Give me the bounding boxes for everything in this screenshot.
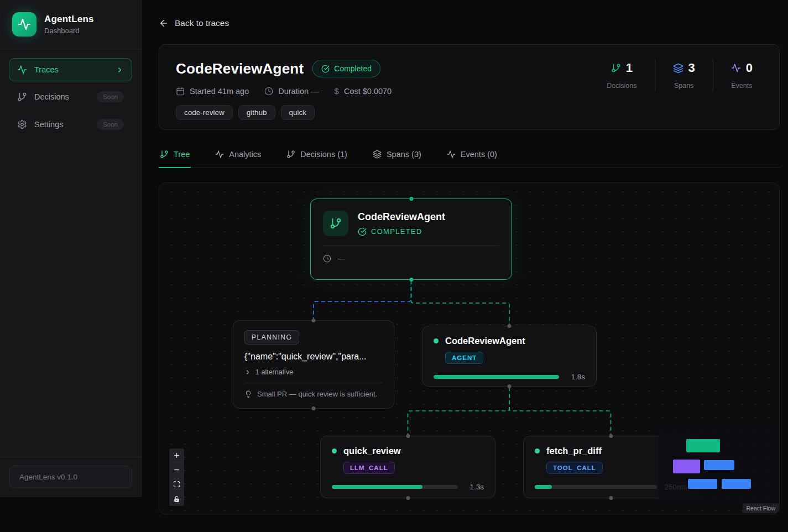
sidebar-footer: AgentLens v0.1.0 — [0, 457, 141, 497]
zoom-in-button[interactable] — [169, 448, 184, 463]
status-dot — [535, 448, 540, 453]
edge-root-to-planning — [314, 280, 411, 320]
node-span-llm-call[interactable]: quick_review LLM_CALL 1.3s — [320, 436, 495, 498]
app-subtitle: Dashboard — [44, 27, 94, 35]
sidebar-item-label: Settings — [34, 120, 63, 129]
sidebar-nav: Traces Decisions Soon Settings Soon — [0, 49, 141, 457]
status-label: Completed — [334, 64, 372, 73]
tag: github — [238, 105, 275, 120]
clock-icon — [264, 87, 273, 96]
span-type-badge: TOOL_CALL — [546, 462, 603, 474]
stat-label: Decisions — [607, 82, 636, 90]
react-flow-attribution[interactable]: React Flow — [743, 503, 779, 513]
git-branch-icon — [286, 150, 295, 159]
sidebar-item-settings[interactable]: Settings Soon — [9, 112, 132, 137]
minimap-node-llm — [688, 479, 717, 489]
trace-tree-canvas[interactable]: CodeReviewAgent COMPLETED — — [159, 182, 780, 514]
duration-bar-track — [332, 485, 458, 489]
cost-label: Cost $0.0070 — [344, 87, 392, 96]
alternatives-label: 1 alternative — [255, 368, 293, 376]
span-type-badge: AGENT — [445, 352, 483, 364]
duration-bar-fill — [434, 375, 559, 379]
zoom-out-button[interactable] — [169, 463, 184, 477]
trace-title: CodeReviewAgent — [176, 60, 304, 77]
app-logo — [12, 12, 36, 36]
hint-text: Small PR — quick review is sufficient. — [257, 390, 377, 398]
soon-badge: Soon — [97, 119, 124, 130]
gear-icon — [17, 119, 27, 129]
trace-header-card: CodeReviewAgent Completed Started 41m ag… — [159, 44, 780, 130]
layers-icon — [373, 150, 382, 159]
span-type-badge: LLM_CALL — [343, 462, 395, 474]
sidebar: AgentLens Dashboard Traces Decisions Soo… — [0, 0, 142, 497]
lock-button[interactable] — [169, 492, 184, 506]
flow-minimap[interactable] — [659, 424, 778, 505]
edge-agent-to-llm — [408, 387, 510, 435]
layers-icon — [673, 63, 683, 74]
status-badge: Completed — [312, 60, 380, 77]
main-content: Back to traces CodeReviewAgent Completed… — [142, 0, 788, 532]
node-handle — [508, 324, 512, 328]
fit-view-button[interactable] — [169, 477, 184, 492]
node-planning-decision[interactable]: PLANNING {"name":"quick_review","para...… — [233, 320, 394, 409]
status-dot — [332, 448, 337, 453]
dollar-icon: $ — [335, 86, 339, 96]
decision-hint: Small PR — quick review is sufficient. — [244, 383, 383, 398]
activity-icon — [215, 150, 224, 159]
started-label: Started 41m ago — [190, 87, 249, 96]
tags-row: code-review github quick — [176, 105, 763, 120]
node-handle — [409, 197, 413, 201]
node-handle — [312, 406, 316, 410]
fit-view-icon — [173, 481, 180, 488]
node-title: CodeReviewAgent — [445, 336, 525, 346]
tab-spans[interactable]: Spans (3) — [372, 146, 422, 168]
tab-label: Events (0) — [461, 150, 497, 159]
activity-icon — [17, 65, 27, 75]
soon-badge: Soon — [97, 91, 124, 102]
node-handle — [609, 496, 613, 500]
node-root-agent[interactable]: CodeReviewAgent COMPLETED — — [310, 199, 512, 280]
decision-payload: {"name":"quick_review","para... — [244, 352, 383, 362]
tab-tree[interactable]: Tree — [159, 146, 191, 168]
alternatives-toggle[interactable]: 1 alternative — [244, 368, 383, 376]
trace-stats: 1 Decisions 3 Spans — [589, 59, 770, 91]
tab-label: Spans (3) — [387, 150, 421, 159]
tab-analytics[interactable]: Analytics — [214, 146, 262, 168]
node-status: COMPLETED — [371, 227, 422, 236]
plus-icon — [173, 452, 180, 459]
tab-decisions[interactable]: Decisions (1) — [285, 146, 348, 168]
chevron-right-icon — [244, 369, 251, 375]
back-to-traces-link[interactable]: Back to traces — [159, 18, 229, 28]
sidebar-item-decisions[interactable]: Decisions Soon — [9, 85, 132, 109]
arrow-left-icon — [159, 18, 169, 28]
node-duration: — — [337, 254, 345, 263]
tab-events[interactable]: Events (0) — [446, 146, 498, 168]
node-title: fetch_pr_diff — [546, 446, 602, 456]
stat-label: Events — [731, 82, 753, 90]
node-handle — [406, 434, 410, 438]
node-span-agent[interactable]: CodeReviewAgent AGENT 1.8s — [422, 326, 597, 387]
tab-bar: Tree Analytics Decisions (1) Spans (3) E… — [159, 146, 780, 168]
git-branch-icon — [323, 211, 348, 236]
edge-agent-to-tool — [509, 387, 611, 435]
stat-events: 0 Events — [713, 61, 770, 90]
lock-icon — [173, 496, 180, 503]
chevron-right-icon — [116, 66, 124, 74]
sidebar-item-traces[interactable]: Traces — [9, 58, 132, 81]
sidebar-item-label: Traces — [34, 65, 59, 74]
back-label: Back to traces — [175, 18, 229, 28]
node-handle — [409, 278, 413, 281]
node-title: CodeReviewAgent — [358, 211, 445, 223]
git-branch-icon — [160, 150, 169, 159]
calendar-icon — [176, 87, 185, 96]
tab-label: Tree — [174, 150, 190, 159]
tag: code-review — [176, 105, 233, 120]
cost-meta: $ Cost $0.0070 — [335, 86, 392, 96]
node-title: quick_review — [343, 446, 401, 456]
duration-bar-track — [434, 375, 559, 379]
git-branch-icon — [17, 92, 27, 102]
node-handle — [312, 319, 316, 322]
stat-label: Spans — [673, 82, 695, 90]
duration-bar-fill — [332, 485, 422, 489]
node-duration: 1.3s — [465, 483, 484, 491]
